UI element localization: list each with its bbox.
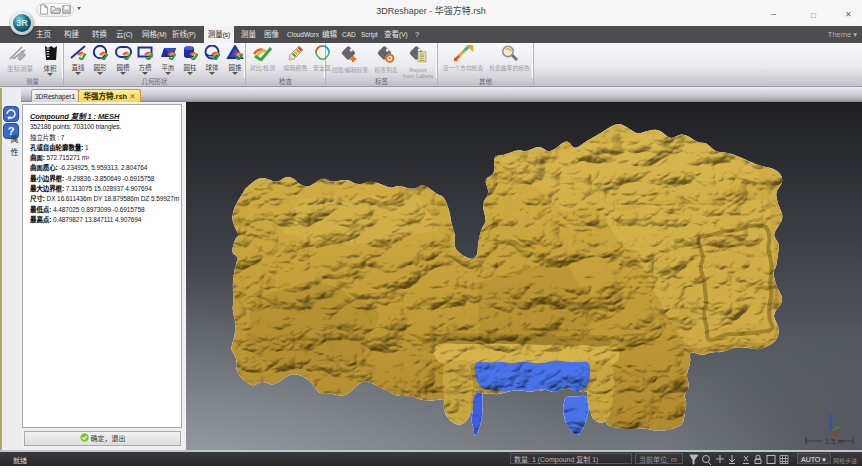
svg-text:z: z xyxy=(830,406,833,412)
svg-text:1.5 m: 1.5 m xyxy=(825,437,844,446)
